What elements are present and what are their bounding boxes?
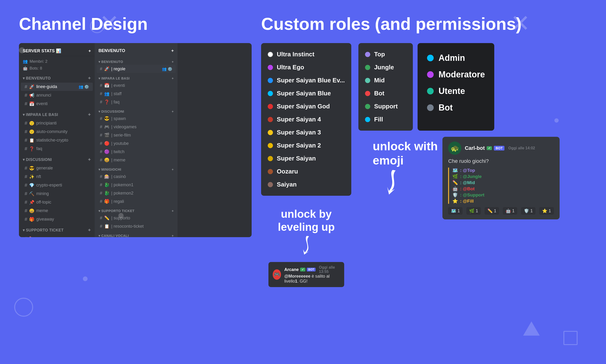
unlock-leveling-text: unlock byleveling up: [278, 208, 335, 234]
right-title: Custom roles (and permissions): [261, 14, 587, 34]
role-oozaru: Oozaru: [266, 165, 347, 178]
deco-square-1: [563, 331, 578, 345]
role-jungle: Jungle: [363, 61, 408, 74]
panel-cat-impara[interactable]: ▾ IMPARA LE BASI +: [95, 73, 178, 81]
panel-ch-serie-film[interactable]: # 🎬 | serie-film: [97, 131, 176, 139]
arcane-message: @Moreeeeee è salito al livello1. GG!: [284, 274, 340, 284]
reaction-bot[interactable]: 🤖 1: [503, 207, 517, 215]
bot-message-card: 🐢 Carl-bot ✓ BOT Oggi alle 14:02 Che r: [442, 137, 559, 219]
unlock-emoji-section: unlock withemoji: [373, 134, 438, 197]
unlock-emoji-text: unlock withemoji: [373, 139, 438, 168]
role-ss3: Super Saiyan 3: [266, 126, 347, 139]
ch-annunci[interactable]: # 📢 annunci: [21, 91, 93, 99]
panel-cat-mini[interactable]: ▾ MINIGIOCHI +: [95, 164, 178, 172]
bot-role-fill: ⭐ : @Fill: [452, 198, 554, 204]
ch-faq-basi[interactable]: # ❓ faq: [21, 145, 93, 153]
cat-benvenuto[interactable]: ▾ BENVENUTO +: [19, 72, 95, 82]
ch-principianti[interactable]: # 🙂 principianti: [21, 119, 93, 127]
bot-name: Carl-bot ✓ BOT Oggi alle 14:02: [465, 145, 535, 151]
panel-ch-faq[interactable]: # ❓ | faq: [97, 98, 176, 106]
panel-ch-staff[interactable]: # 👥 | staff: [97, 90, 176, 98]
panel-cat-benvenuto[interactable]: ▾ BENVENUTO +: [95, 57, 178, 65]
role-saiyan: Saiyan: [266, 178, 347, 191]
bot-roles-list: 🗺️ : @Top 🌿 : @Jungle ✏️ : @Mid: [448, 168, 554, 204]
ch-generale[interactable]: # 😎 generale: [21, 164, 93, 172]
main-container: Channel Design SERVER STATS 📊 + 👥 Membri…: [0, 0, 606, 364]
panel-ch-youtube[interactable]: # 🔴 | youtube: [97, 139, 176, 147]
cat-supporto[interactable]: ▾ SUPPORTO TICKET +: [19, 224, 95, 234]
role-ultra-ego: Ultra Ego: [266, 61, 347, 74]
ch-supporto-left[interactable]: # ✏️ supporto: [21, 234, 93, 237]
cat-discussioni[interactable]: ▾ DISCUSSIONI +: [19, 153, 95, 164]
ch-meme-disc[interactable]: # 😄 meme: [21, 207, 93, 215]
bot-role-jungle: 🌿 : @Jungle: [452, 174, 554, 179]
panel-ch-spawn[interactable]: # 😎 | spawn: [97, 115, 176, 123]
panel-cat-voice[interactable]: ▾ CANALI VOCALI +: [95, 231, 178, 237]
roles-card-1: Ultra Instinct Ultra Ego Super Saiyan Bl…: [261, 43, 351, 196]
panel-ch-eventi[interactable]: # 📅 | eventi: [97, 81, 176, 90]
role-ssg: Super Saiyan God: [266, 100, 347, 113]
panel-ch-pokemon2[interactable]: # 🐉 | pokemon2: [97, 189, 176, 197]
arrow-down-svg-2: [382, 170, 401, 196]
role-ssb: Super Saiyan Blue: [266, 87, 347, 100]
reaction-fill[interactable]: ⭐ 1: [539, 207, 554, 215]
panel-ch-supporto[interactable]: # ✏️ | supporto: [97, 214, 176, 222]
deco-dot-1: [19, 47, 25, 53]
panel-cat-disc[interactable]: ▾ DISCUSSIONI +: [95, 106, 178, 114]
ch-eventi-benvenuto[interactable]: # 📅 eventi: [21, 100, 93, 108]
stat-bots: 🤖 Bots: 8: [19, 65, 95, 72]
panel-ch-casino[interactable]: # 🎰 | casinò: [97, 172, 176, 181]
deco-circle-1: [90, 19, 104, 33]
bot-role-bot: 🤖 : @Bot: [452, 186, 554, 192]
channel-panel: BENVENUTO + ▾ BENVENUTO + # 🚀 | regole 👥…: [95, 43, 178, 237]
ch-crypto-esperti[interactable]: # 💎 crypto-esperti: [21, 181, 93, 189]
panel-ch-regali[interactable]: # 🎁 | regali: [97, 197, 176, 206]
ch-linee-guida[interactable]: # 🚀 linee-guida 👥 ⚙️: [21, 83, 93, 91]
role-support: Support: [363, 100, 408, 113]
deco-dot-4: [118, 213, 124, 218]
role-ss2: Super Saiyan 2: [266, 139, 347, 152]
panel-ch-resoconto[interactable]: # 📋 | resoconto-ticket: [97, 222, 176, 230]
arrow-down-svg-1: [297, 236, 316, 257]
panel-ch-regole[interactable]: # 🚀 | regole 👥 ⚙️: [97, 65, 176, 73]
role-admin: Admin: [425, 50, 487, 66]
panel-header: BENVENUTO +: [95, 46, 178, 56]
deco-x-2: ✕: [510, 10, 530, 37]
server-add[interactable]: +: [88, 49, 91, 53]
unlock-leveling-section: unlock byleveling up 🎮 Arcane ✓: [268, 203, 344, 287]
role-fill: Fill: [363, 113, 408, 126]
role-ss: Super Saiyan: [266, 152, 347, 165]
discord-mockup: SERVER STATS 📊 + 👥 Membri: 2 🤖 Bots: 8 ▾…: [19, 43, 252, 237]
middle-col: Top Jungle Mid Bot: [358, 43, 559, 219]
right-content: Ultra Instinct Ultra Ego Super Saiyan Bl…: [261, 43, 587, 350]
ch-off-topic[interactable]: # 📌 off-topic: [21, 198, 93, 206]
left-title: Channel Design: [19, 14, 252, 34]
bot-role-mid: ✏️ : @Mid: [452, 180, 554, 185]
ch-statistiche-crypto[interactable]: # 📋 statistiche-crypto: [21, 136, 93, 144]
panel-cat-supporto[interactable]: ▾ SUPPORTO TICKET +: [95, 206, 178, 214]
server-header: SERVER STATS 📊 +: [19, 46, 95, 56]
arcane-avatar: 🎮: [273, 269, 281, 280]
reaction-support[interactable]: 🛡️ 1: [521, 207, 535, 215]
role-ssb-ev: Super Saiyan Blue Ev...: [266, 74, 347, 87]
panel-ch-meme[interactable]: # 😄 | meme: [97, 156, 176, 164]
role-ultra-instinct: Ultra Instinct: [266, 48, 347, 61]
panel-ch-pokemon1[interactable]: # 🐉 | pokemon1: [97, 181, 176, 189]
ch-nft[interactable]: # ✨ nft: [21, 172, 93, 181]
deco-dot-2: [83, 276, 88, 281]
server-sidebar: SERVER STATS 📊 + 👥 Membri: 2 🤖 Bots: 8 ▾…: [19, 43, 95, 237]
ch-mining[interactable]: # ⛏️ mining: [21, 190, 93, 198]
ch-giveaway[interactable]: # 🎁 giveaway: [21, 215, 93, 223]
cat-impara[interactable]: ▾ IMPARA LE BASI +: [19, 108, 95, 119]
role-ss4: Super Saiyan 4: [266, 113, 347, 126]
reaction-top[interactable]: 🗺️ 1: [448, 207, 462, 215]
role-bot-admin: Bot: [425, 99, 487, 116]
panel-ch-twitch[interactable]: # 🟣 | twitch: [97, 148, 176, 156]
ch-aiuto-community[interactable]: # 🙂 aiuto-community: [21, 128, 93, 136]
bot-header: 🐢 Carl-bot ✓ BOT Oggi alle 14:02: [448, 142, 554, 155]
bot-role-top: 🗺️ : @Top: [452, 168, 554, 173]
server-name: SERVER STATS 📊: [23, 48, 61, 53]
reaction-jungle[interactable]: 🌿 1: [466, 207, 481, 215]
panel-ch-videogames[interactable]: # 🎮 | videogames: [97, 123, 176, 131]
reaction-mid[interactable]: ✏️ 1: [485, 207, 499, 215]
